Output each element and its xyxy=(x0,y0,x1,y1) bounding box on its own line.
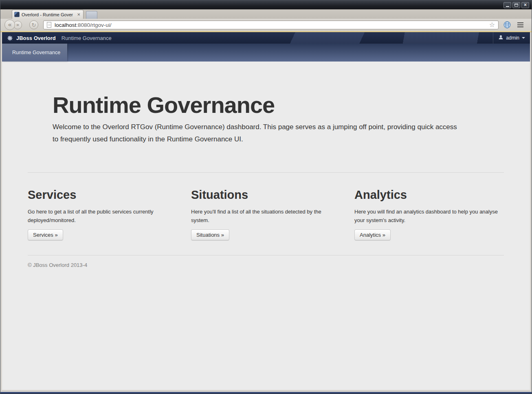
back-button[interactable]: « xyxy=(4,20,15,30)
copyright: © JBoss Overlord 2013-4 xyxy=(28,262,504,268)
sections-row: Services Go here to get a list of all th… xyxy=(28,173,504,240)
divider-bottom xyxy=(28,255,504,255)
situations-title: Situations xyxy=(191,188,341,202)
section-services: Services Go here to get a list of all th… xyxy=(28,173,178,240)
app-header: JBoss Overlord Runtime Governance admin xyxy=(2,32,530,44)
analytics-button[interactable]: Analytics » xyxy=(354,229,391,240)
situations-button[interactable]: Situations » xyxy=(191,229,229,240)
section-situations: Situations Here you'll find a list of al… xyxy=(191,173,341,240)
url-text[interactable]: localhost:8080/rtgov-ui/ xyxy=(55,22,112,28)
minimize-icon xyxy=(506,6,509,7)
brand-secondary: Runtime Governance xyxy=(62,35,112,41)
jumbotron: Runtime Governance Welcome to the Overlo… xyxy=(28,92,504,145)
tab-favicon-icon xyxy=(14,12,20,17)
url-bar[interactable]: localhost:8080/rtgov-ui/ ☆ xyxy=(43,20,499,29)
tab-strip: Overlord - Runtime Gover × xyxy=(0,9,532,19)
analytics-title: Analytics xyxy=(354,188,504,202)
back-icon: « xyxy=(8,21,12,29)
overlord-logo-icon xyxy=(7,35,13,41)
tab-title: Overlord - Runtime Gover xyxy=(22,12,74,17)
user-menu[interactable]: admin xyxy=(493,32,525,44)
user-name: admin xyxy=(506,35,519,41)
analytics-text: Here you will find an analytics dashboar… xyxy=(354,207,504,225)
page-subtitle: Welcome to the Overlord RTGov (Runtime G… xyxy=(53,121,462,145)
close-button[interactable]: × xyxy=(521,2,529,8)
minimize-button[interactable] xyxy=(503,2,511,8)
browser-toolbar: « » ↻ localhost:8080/rtgov-ui/ ☆ xyxy=(0,19,532,31)
services-button[interactable]: Services » xyxy=(28,229,63,240)
globe-icon[interactable] xyxy=(503,21,511,29)
section-analytics: Analytics Here you will find an analytic… xyxy=(354,173,504,240)
url-host: localhost xyxy=(55,22,76,28)
nav-tab-runtime-governance[interactable]: Runtime Governance xyxy=(2,44,67,62)
page-icon xyxy=(47,22,51,28)
chevron-down-icon xyxy=(522,37,525,39)
maximize-button[interactable] xyxy=(512,2,520,8)
forward-icon: » xyxy=(16,22,20,28)
app-nav: Runtime Governance xyxy=(2,44,530,62)
close-icon: × xyxy=(524,2,527,7)
reload-icon: ↻ xyxy=(32,22,36,28)
reload-button[interactable]: ↻ xyxy=(29,20,38,29)
page-viewport: JBoss Overlord Runtime Governance admin … xyxy=(0,32,532,390)
bookmark-star-icon[interactable]: ☆ xyxy=(489,22,495,28)
main-content: Runtime Governance Welcome to the Overlo… xyxy=(2,62,530,390)
new-tab-button[interactable] xyxy=(86,11,97,19)
user-icon xyxy=(498,35,503,41)
services-text: Go here to get a list of all the public … xyxy=(28,207,178,225)
window-bottom-frame xyxy=(0,390,532,394)
window-titlebar[interactable]: × xyxy=(0,0,532,9)
browser-window: × Overlord - Runtime Gover × « » ↻ local… xyxy=(0,0,532,394)
page-title: Runtime Governance xyxy=(53,92,504,118)
services-title: Services xyxy=(28,188,178,202)
browser-tab[interactable]: Overlord - Runtime Gover × xyxy=(12,10,84,19)
situations-text: Here you'll find a list of all the situa… xyxy=(191,207,341,225)
url-path: :8080/rtgov-ui/ xyxy=(76,22,111,28)
menu-button[interactable] xyxy=(517,21,524,29)
tab-close-icon[interactable]: × xyxy=(76,12,81,17)
brand-primary: JBoss Overlord xyxy=(16,35,56,41)
maximize-icon xyxy=(514,4,518,7)
